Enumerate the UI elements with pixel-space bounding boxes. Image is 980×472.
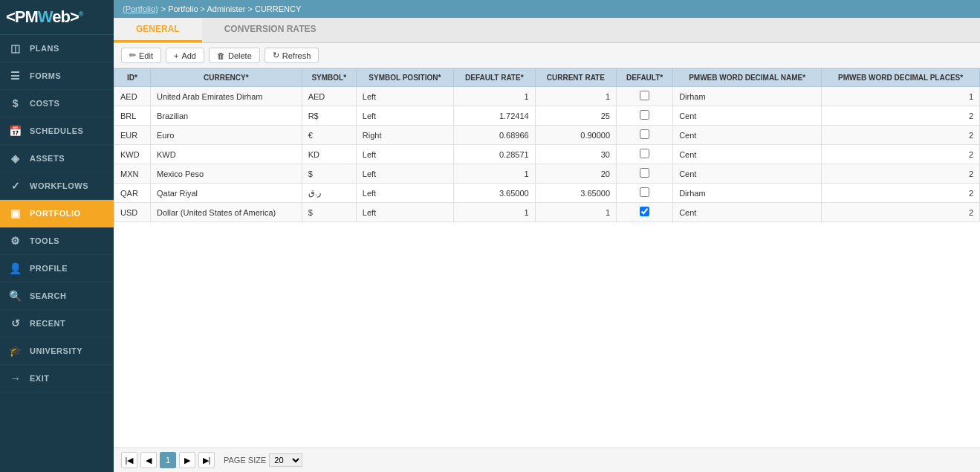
cell-default[interactable] (617, 164, 673, 184)
cell-default[interactable] (617, 87, 673, 106)
cell-pmweb_word_decimal_name: Cent (673, 164, 822, 184)
sidebar-item-schedules[interactable]: 📅 SCHEDULES (0, 117, 114, 145)
exit-icon: → (9, 372, 22, 384)
plans-icon: ◫ (9, 42, 22, 54)
cell-currency: Brazilian (151, 106, 302, 126)
delete-label: Delete (228, 51, 252, 60)
forms-icon: ☰ (9, 70, 22, 82)
delete-icon: 🗑 (217, 51, 225, 60)
delete-button[interactable]: 🗑 Delete (209, 48, 260, 63)
checkbox-default[interactable] (640, 149, 649, 158)
pagination-bar: |◀ ◀ 1 ▶ ▶| PAGE SIZE 20 50 100 (114, 447, 980, 472)
checkbox-default[interactable] (640, 129, 649, 139)
cell-pmweb_word_decimal_places: 2 (822, 106, 980, 126)
cell-symbol_position: Left (356, 203, 453, 222)
cell-symbol_position: Left (356, 184, 453, 203)
checkbox-default[interactable] (640, 168, 649, 178)
refresh-label: Refresh (282, 51, 311, 60)
nav-items: ◫ PLANS ☰ FORMS $ COSTS 📅 SCHEDULES ◈ AS… (0, 35, 114, 392)
last-page-button[interactable]: ▶| (198, 452, 215, 468)
cell-id: USD (114, 203, 151, 222)
edit-icon: ✏ (129, 51, 136, 60)
breadcrumb-portfolio-link[interactable]: (Portfolio) (123, 4, 158, 13)
cell-pmweb_word_decimal_places: 2 (822, 184, 980, 203)
col-header-default_rate: DEFAULT RATE* (453, 69, 535, 87)
checkbox-default[interactable] (640, 187, 649, 197)
sidebar-label-assets: ASSETS (30, 154, 65, 163)
col-header-pmweb_word_decimal_name: PMWEB WORD DECIMAL NAME* (673, 69, 822, 87)
cell-symbol: ر.ق (302, 184, 356, 203)
cell-default_rate: 1 (453, 87, 535, 106)
cell-symbol: AED (302, 87, 356, 106)
sidebar-item-exit[interactable]: → EXIT (0, 365, 114, 392)
cell-current_rate: 25 (535, 106, 616, 126)
table-row: AEDUnited Arab Emirates DirhamAEDLeft11D… (114, 87, 980, 106)
cell-currency: Mexico Peso (151, 164, 302, 184)
cell-current_rate: 1 (535, 203, 616, 222)
cell-symbol: $ (302, 203, 356, 222)
next-page-button[interactable]: ▶ (179, 452, 195, 468)
col-header-id: ID* (114, 69, 151, 87)
sidebar-item-recent[interactable]: ↺ RECENT (0, 310, 114, 337)
sidebar-item-profile[interactable]: 👤 PROFILE (0, 255, 114, 282)
sidebar-label-schedules: SCHEDULES (30, 126, 83, 135)
prev-page-button[interactable]: ◀ (140, 452, 157, 468)
cell-default[interactable] (617, 184, 673, 203)
cell-current_rate: 3.65000 (535, 184, 616, 203)
sidebar-label-workflows: WORKFLOWS (30, 181, 88, 190)
profile-icon: 👤 (9, 262, 22, 274)
sidebar-item-plans[interactable]: ◫ PLANS (0, 35, 114, 62)
breadcrumb-bar: (Portfolio) > Portfolio > Administer > C… (114, 0, 980, 18)
sidebar-label-recent: RECENT (30, 319, 65, 328)
sidebar-item-assets[interactable]: ◈ ASSETS (0, 145, 114, 172)
page-size-select[interactable]: 20 50 100 (269, 453, 302, 467)
cell-pmweb_word_decimal_places: 2 (822, 203, 980, 222)
tab-general[interactable]: GENERAL (114, 18, 202, 42)
table-row: MXNMexico Peso$Left120Cent2 (114, 164, 980, 184)
first-page-button[interactable]: |◀ (121, 452, 137, 468)
table-row: USDDollar (United States of America)$Lef… (114, 203, 980, 222)
cell-pmweb_word_decimal_places: 2 (822, 145, 980, 164)
sidebar-item-portfolio[interactable]: ▣ PORTFOLIO (0, 200, 114, 227)
page-1-button[interactable]: 1 (160, 452, 176, 468)
cell-default[interactable] (617, 126, 673, 145)
cell-current_rate: 20 (535, 164, 616, 184)
col-header-symbol: SYMBOL* (302, 69, 356, 87)
cell-default[interactable] (617, 106, 673, 126)
sidebar-label-forms: FORMS (30, 71, 61, 80)
cell-pmweb_word_decimal_name: Cent (673, 106, 822, 126)
main-content: (Portfolio) > Portfolio > Administer > C… (114, 0, 980, 472)
university-icon: 🎓 (9, 345, 22, 357)
table-area: ID*CURRENCY*SYMBOL*SYMBOL POSITION*DEFAU… (114, 68, 980, 447)
sidebar-item-tools[interactable]: ⚙ TOOLS (0, 227, 114, 255)
cell-pmweb_word_decimal_places: 2 (822, 126, 980, 145)
cell-symbol_position: Left (356, 87, 453, 106)
col-header-pmweb_word_decimal_places: PMWEB WORD DECIMAL PLACES* (822, 69, 980, 87)
checkbox-default[interactable] (640, 207, 649, 216)
sidebar-label-portfolio: PORTFOLIO (30, 209, 81, 218)
cell-current_rate: 1 (535, 87, 616, 106)
sidebar-item-search[interactable]: 🔍 SEARCH (0, 282, 114, 310)
refresh-button[interactable]: ↻ Refresh (265, 48, 319, 63)
add-button[interactable]: + Add (166, 48, 204, 63)
tabs-bar: GENERALCONVERSION RATES (114, 18, 980, 43)
cell-default[interactable] (617, 145, 673, 164)
edit-button[interactable]: ✏ Edit (121, 48, 161, 63)
cell-default_rate: 1.72414 (453, 106, 535, 126)
add-label: Add (181, 51, 196, 60)
checkbox-default[interactable] (640, 110, 649, 120)
checkbox-default[interactable] (640, 91, 649, 100)
cell-default[interactable] (617, 203, 673, 222)
cell-default_rate: 0.68966 (453, 126, 535, 145)
sidebar-item-workflows[interactable]: ✓ WORKFLOWS (0, 172, 114, 200)
sidebar: <PMWeb>® ◫ PLANS ☰ FORMS $ COSTS 📅 SCHED… (0, 0, 114, 472)
cell-id: MXN (114, 164, 151, 184)
sidebar-item-university[interactable]: 🎓 UNIVERSITY (0, 337, 114, 365)
assets-icon: ◈ (9, 152, 22, 164)
tab-conversion_rates[interactable]: CONVERSION RATES (202, 18, 339, 42)
sidebar-item-costs[interactable]: $ COSTS (0, 90, 114, 117)
sidebar-item-forms[interactable]: ☰ FORMS (0, 62, 114, 90)
col-header-current_rate: CURRENT RATE (535, 69, 616, 87)
table-row: QARQatar Riyalر.قLeft3.650003.65000Dirha… (114, 184, 980, 203)
cell-symbol: R$ (302, 106, 356, 126)
